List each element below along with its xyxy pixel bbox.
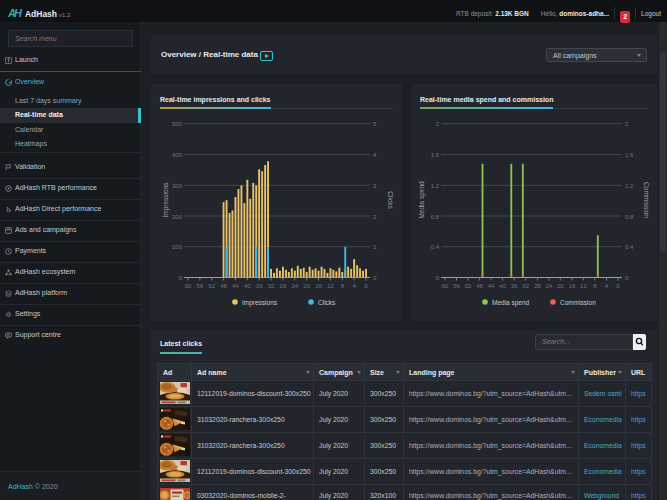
svg-text:300: 300: [172, 183, 183, 189]
svg-text:Commission: Commission: [560, 299, 596, 306]
svg-text:48: 48: [220, 283, 227, 289]
svg-text:1.6: 1.6: [431, 152, 440, 158]
svg-text:12: 12: [580, 283, 587, 289]
svg-text:Media spend: Media spend: [418, 181, 426, 219]
svg-text:32: 32: [522, 283, 529, 289]
svg-text:Commission: Commission: [643, 182, 650, 218]
svg-text:20: 20: [303, 283, 310, 289]
svg-text:24: 24: [545, 283, 552, 289]
svg-text:52: 52: [208, 283, 215, 289]
svg-text:Media spend: Media spend: [492, 299, 530, 307]
svg-text:60: 60: [442, 283, 449, 289]
svg-text:0.8: 0.8: [431, 214, 440, 220]
svg-text:28: 28: [280, 283, 287, 289]
svg-text:0.8: 0.8: [625, 214, 634, 220]
svg-text:16: 16: [569, 283, 576, 289]
svg-text:Clicks: Clicks: [318, 299, 336, 306]
svg-text:200: 200: [172, 214, 183, 220]
svg-text:0: 0: [625, 275, 629, 281]
svg-text:2: 2: [625, 121, 629, 127]
svg-text:2: 2: [373, 214, 377, 220]
svg-text:44: 44: [232, 283, 239, 289]
svg-text:32: 32: [268, 283, 275, 289]
svg-text:4: 4: [605, 283, 609, 289]
svg-text:0: 0: [436, 275, 440, 281]
svg-text:48: 48: [476, 283, 483, 289]
svg-text:60: 60: [185, 283, 192, 289]
svg-text:36: 36: [511, 283, 518, 289]
svg-text:0.4: 0.4: [431, 244, 440, 250]
svg-text:56: 56: [453, 283, 460, 289]
svg-text:8: 8: [341, 283, 345, 289]
svg-text:400: 400: [172, 152, 183, 158]
svg-text:0: 0: [364, 283, 368, 289]
svg-text:24: 24: [291, 283, 298, 289]
svg-text:4: 4: [352, 283, 356, 289]
svg-text:0: 0: [373, 275, 377, 281]
svg-text:100: 100: [172, 244, 183, 250]
svg-text:Clicks: Clicks: [387, 191, 394, 209]
svg-text:52: 52: [465, 283, 472, 289]
svg-text:2: 2: [436, 121, 440, 127]
svg-text:56: 56: [197, 283, 204, 289]
svg-text:36: 36: [256, 283, 263, 289]
svg-text:Impressions: Impressions: [162, 182, 170, 218]
svg-text:20: 20: [557, 283, 564, 289]
svg-text:16: 16: [315, 283, 322, 289]
svg-text:4: 4: [373, 152, 377, 158]
svg-text:40: 40: [244, 283, 251, 289]
svg-text:1.2: 1.2: [625, 183, 634, 189]
svg-text:12: 12: [327, 283, 334, 289]
svg-text:44: 44: [488, 283, 495, 289]
svg-text:3: 3: [373, 183, 377, 189]
svg-text:1.2: 1.2: [431, 183, 440, 189]
svg-text:1: 1: [373, 244, 377, 250]
svg-text:28: 28: [534, 283, 541, 289]
svg-text:5: 5: [373, 121, 377, 127]
svg-text:500: 500: [172, 121, 183, 127]
svg-text:0.4: 0.4: [625, 244, 634, 250]
svg-text:40: 40: [499, 283, 506, 289]
svg-text:8: 8: [593, 283, 597, 289]
svg-text:Impressions: Impressions: [242, 299, 278, 307]
svg-text:0: 0: [179, 275, 183, 281]
svg-text:1.6: 1.6: [625, 152, 634, 158]
svg-text:0: 0: [616, 283, 620, 289]
